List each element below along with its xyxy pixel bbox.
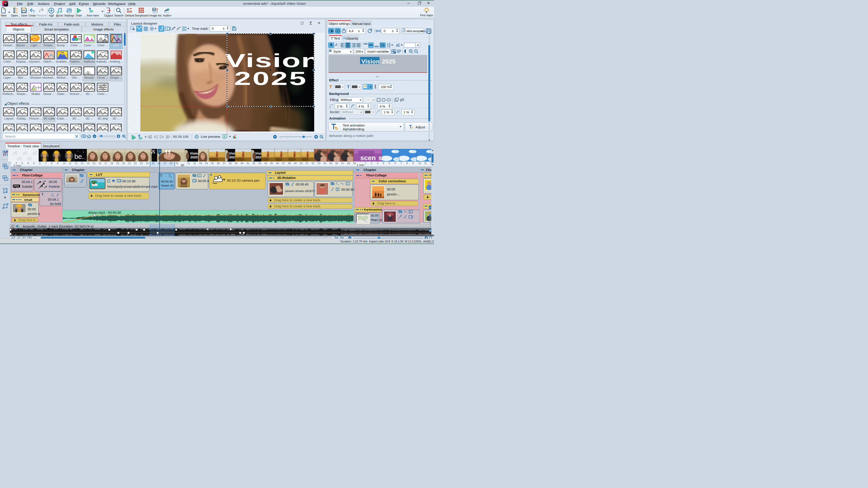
svg-text:fx: fx [410,211,411,213]
svg-text:Vision: Vision [190,152,198,155]
svg-text:B: B [30,205,31,206]
svg-text:fx: fx [338,184,339,185]
svg-text:A: A [80,174,81,176]
svg-text:A: A [193,174,194,176]
svg-text:A: A [286,183,287,184]
svg-text:be.: be. [74,153,84,160]
svg-text:T: T [336,182,338,185]
svg-text:s: s [378,154,382,162]
svg-text:fx: fx [53,195,54,197]
svg-text:B: B [287,184,288,186]
svg-text:B: B [333,184,334,185]
svg-text:B: B [401,212,401,213]
svg-text:2025: 2025 [229,156,235,159]
svg-text:Vision: Vision [255,152,261,155]
svg-text:B: B [195,175,195,177]
svg-text:A: A [399,210,400,212]
svg-text:B: B [82,175,83,177]
svg-text:fx: fx [198,175,200,177]
svg-text:2025: 2025 [190,156,197,159]
svg-text:fx: fx [170,176,172,177]
svg-text:A: A [29,204,30,205]
svg-text:A: A [331,183,332,184]
svg-text:Vision: Vision [229,152,235,155]
svg-text:scen: scen [360,154,376,162]
svg-text:2025: 2025 [255,156,261,159]
svg-text:fx: fx [347,183,348,185]
